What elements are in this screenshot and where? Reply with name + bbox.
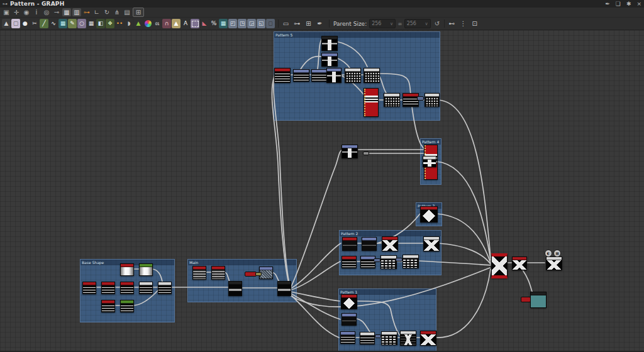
pyramid-node-icon[interactable]: ▲ xyxy=(172,19,180,28)
node-bs-stripes-5[interactable] xyxy=(158,282,172,294)
elbow-link-icon[interactable]: ∟ xyxy=(92,8,101,16)
node-bs-stripes-1[interactable] xyxy=(82,282,96,294)
node-p5-weave-3[interactable] xyxy=(384,93,400,107)
flood-fill-node-icon[interactable]: ◣ xyxy=(200,19,209,28)
node-main-noise-1[interactable] xyxy=(192,266,206,280)
reset-size-icon[interactable]: ↺ xyxy=(435,20,440,27)
fx-map-node-icon[interactable]: ▦ xyxy=(219,19,228,28)
node-p2-grid-1[interactable] xyxy=(380,255,397,269)
pin-window-icon[interactable]: ✒ xyxy=(605,0,610,8)
wire[interactable] xyxy=(438,243,491,264)
node-main-blend-1[interactable] xyxy=(228,281,242,296)
node-merge-all[interactable] xyxy=(491,253,508,278)
node-p2-dark-1[interactable] xyxy=(342,237,357,251)
node-p4-cross[interactable] xyxy=(423,156,436,167)
node-bs-stripes-4[interactable] xyxy=(139,282,153,294)
node-bs-stripes-2[interactable] xyxy=(101,282,115,294)
rig-icon[interactable]: ⋔ xyxy=(113,8,121,16)
node-p5-stripes-2[interactable] xyxy=(293,69,309,82)
multi-blend-node-icon[interactable]: ❖ xyxy=(106,19,114,28)
node-p5-weave-2[interactable] xyxy=(364,68,380,83)
dot-link-icon[interactable]: ⊶ xyxy=(292,19,302,28)
node-bs-cylinder-2[interactable] xyxy=(139,263,153,276)
node-p5-splitter-a[interactable] xyxy=(321,36,338,51)
align-vertical-icon[interactable]: ⋮ xyxy=(458,19,468,28)
node-p2-weave-x2[interactable] xyxy=(423,236,440,251)
reference-node-icon[interactable]: ◲ xyxy=(247,19,256,28)
node-p5-splitter-b[interactable] xyxy=(321,53,338,67)
blend-node-icon[interactable]: ▦ xyxy=(87,19,96,28)
warp-node-icon[interactable]: ∿ xyxy=(49,19,58,28)
node-p2-dark-2[interactable] xyxy=(362,237,377,251)
pan-view-icon[interactable]: ✛ xyxy=(12,8,21,16)
output-node-icon[interactable]: ◳ xyxy=(238,19,247,28)
node-p2-stripes-2[interactable] xyxy=(360,256,375,268)
input-node-icon[interactable]: ◰ xyxy=(228,19,237,28)
grid-snap-icon[interactable]: ⊞ xyxy=(133,8,144,17)
blur-node-icon[interactable]: ● xyxy=(21,19,30,28)
comment-icon[interactable]: ▭ xyxy=(281,19,291,28)
node-bs-stripes-6[interactable] xyxy=(101,300,115,312)
dot-node[interactable] xyxy=(374,258,380,262)
color-wheel-node-icon[interactable] xyxy=(143,19,152,28)
screenshot-icon[interactable]: ◉ xyxy=(22,8,31,16)
height-blend-node-icon[interactable]: ◧ xyxy=(96,19,105,28)
node-p5-stripes-4[interactable] xyxy=(402,93,419,107)
slope-blur-node-icon[interactable]: ✂ xyxy=(30,19,39,28)
size-link-icon[interactable]: ∞ xyxy=(397,21,402,27)
node-p1-arrow[interactable] xyxy=(400,331,416,346)
dock-window-icon[interactable]: ❏ xyxy=(616,0,621,8)
dot-node[interactable] xyxy=(375,334,381,338)
value-node-red[interactable] xyxy=(521,297,531,302)
dot-node[interactable] xyxy=(396,258,402,261)
node-p1-stripes-1[interactable] xyxy=(340,331,355,344)
node-p1-weave-x[interactable] xyxy=(420,331,436,346)
node-post-merge[interactable] xyxy=(512,256,527,270)
selection-node-icon[interactable] xyxy=(191,19,199,28)
display-panel-icon[interactable]: ▥ xyxy=(72,8,81,16)
dot-node[interactable] xyxy=(417,96,424,101)
hsl-node-icon[interactable]: ▦ xyxy=(58,19,67,28)
shape-node-icon[interactable]: ◗ xyxy=(125,19,133,28)
grayscale-node-icon[interactable]: 01 xyxy=(153,19,162,28)
normal-node-icon[interactable]: % xyxy=(209,19,218,28)
bitmap-node-icon[interactable]: ▲ xyxy=(2,19,11,28)
parent-width-select[interactable]: 256 ∨ xyxy=(369,19,396,28)
value-node-khaki[interactable] xyxy=(255,272,262,276)
node-material-output[interactable] xyxy=(530,292,547,308)
wire[interactable] xyxy=(290,243,341,289)
wire[interactable] xyxy=(435,269,491,338)
node-p5-weave-1[interactable] xyxy=(345,68,361,83)
link-mode-icon[interactable]: ⊶ xyxy=(82,8,91,16)
graph-canvas[interactable]: Pattern 5Pattern 4Pattern 3Pattern 2Patt… xyxy=(0,30,644,352)
display-nodes-icon[interactable]: ▦ xyxy=(62,8,71,16)
rotate-link-icon[interactable]: ↻ xyxy=(103,8,111,16)
thumbnail-icon[interactable]: ▤ xyxy=(123,8,131,16)
gradient-node-icon[interactable]: ∩ xyxy=(162,19,171,28)
wire[interactable] xyxy=(290,261,340,290)
wire[interactable] xyxy=(274,72,290,287)
node-bs-stripes-7[interactable] xyxy=(120,300,134,312)
wire[interactable] xyxy=(290,150,341,289)
node-bs-stripes-3[interactable] xyxy=(120,282,134,294)
node-p5-stripes-1[interactable] xyxy=(274,68,291,83)
node-main-noise-2[interactable] xyxy=(211,266,225,280)
node-p2-stripes-1[interactable] xyxy=(341,256,357,268)
node-p1-stripes-2[interactable] xyxy=(360,332,375,344)
frame-create-icon[interactable]: ⊞ xyxy=(304,19,313,28)
gradient-map-node-icon[interactable]: ✎ xyxy=(68,19,77,28)
node-p1-grid[interactable] xyxy=(381,331,397,345)
dot-node[interactable] xyxy=(363,151,369,155)
uniform-color-node-icon[interactable]: ○ xyxy=(77,19,86,28)
node-p1-dark[interactable] xyxy=(341,313,357,326)
connect-dots-icon[interactable]: ⊷ xyxy=(447,19,457,28)
fit-view-icon[interactable]: ▣ xyxy=(2,8,11,16)
wire[interactable] xyxy=(336,58,350,68)
frame-node-icon[interactable]: ◻ xyxy=(266,19,275,28)
node-info-icon[interactable]: i xyxy=(32,8,41,16)
node-p5-color-stack[interactable] xyxy=(364,88,379,117)
node-main-blend-2[interactable] xyxy=(277,281,291,296)
maximize-window-icon[interactable]: ✱ xyxy=(626,0,631,8)
snap-frame-icon[interactable]: ⊡ xyxy=(470,19,479,28)
wire[interactable] xyxy=(152,269,162,282)
